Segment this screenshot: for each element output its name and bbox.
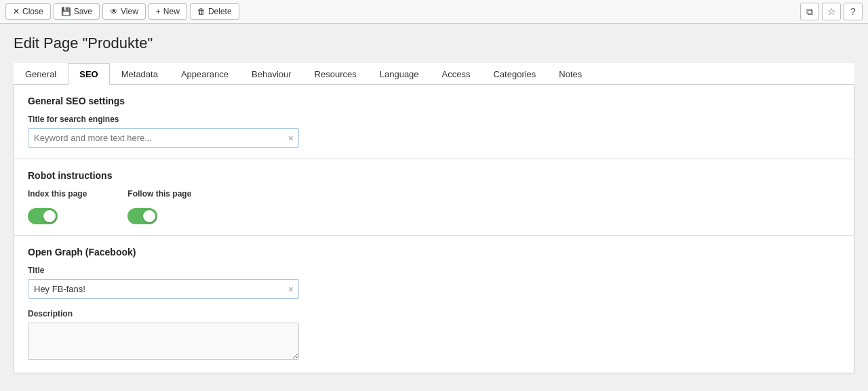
og-title-wrapper: × xyxy=(28,279,299,299)
tab-behaviour[interactable]: Behaviour xyxy=(240,63,303,85)
seo-general-title: General SEO settings xyxy=(28,96,840,106)
new-label: New xyxy=(163,7,180,16)
view-icon: 👁 xyxy=(110,7,118,16)
title-search-input[interactable] xyxy=(28,128,299,148)
delete-label: Delete xyxy=(208,7,232,16)
save-label: Save xyxy=(74,7,92,16)
og-title-clear-icon[interactable]: × xyxy=(288,285,294,294)
index-page-toggle[interactable] xyxy=(28,208,58,224)
og-section: Open Graph (Facebook) Title × Descriptio… xyxy=(14,236,854,373)
robot-instructions-title: Robot instructions xyxy=(28,170,840,181)
index-page-toggle-thumb xyxy=(43,210,56,222)
tab-categories[interactable]: Categories xyxy=(481,63,547,85)
close-label: Close xyxy=(22,7,43,16)
og-title-label: Title xyxy=(28,266,840,275)
view-button[interactable]: 👁 View xyxy=(102,3,146,20)
tab-resources[interactable]: Resources xyxy=(303,63,368,85)
follow-page-toggle[interactable] xyxy=(127,208,157,224)
tabs-bar: General SEO Metadata Appearance Behaviou… xyxy=(14,63,854,85)
index-page-item: Index this page xyxy=(28,189,87,224)
og-description-input[interactable] xyxy=(28,323,299,360)
help-button[interactable]: ? xyxy=(844,3,863,20)
tab-notes[interactable]: Notes xyxy=(547,63,593,85)
seo-general-section: General SEO settings Title for search en… xyxy=(14,85,854,159)
help-icon: ? xyxy=(850,6,856,17)
external-link-button[interactable]: ⧉ xyxy=(800,3,819,20)
toolbar-right: ⧉ ☆ ? xyxy=(800,3,863,20)
title-search-label: Title for search engines xyxy=(28,115,840,124)
og-title-section: Open Graph (Facebook) xyxy=(28,247,840,258)
tab-seo[interactable]: SEO xyxy=(68,63,109,85)
external-link-icon: ⧉ xyxy=(806,6,813,18)
close-button[interactable]: ✕ Close xyxy=(5,3,51,20)
main-panel: General SEO settings Title for search en… xyxy=(14,85,854,373)
follow-page-item: Follow this page xyxy=(127,189,191,224)
tab-access[interactable]: Access xyxy=(431,63,482,85)
robot-instructions-section: Robot instructions Index this page Follo… xyxy=(14,159,854,236)
toolbar: ✕ Close 💾 Save 👁 View + New 🗑 Delete ⧉ ☆… xyxy=(0,0,868,24)
follow-page-toggle-thumb xyxy=(143,210,155,222)
save-button[interactable]: 💾 Save xyxy=(54,3,100,20)
tab-language[interactable]: Language xyxy=(368,63,431,85)
tab-metadata[interactable]: Metadata xyxy=(110,63,170,85)
view-label: View xyxy=(121,7,138,16)
follow-page-label: Follow this page xyxy=(127,189,191,199)
robot-row: Index this page Follow this page xyxy=(28,189,840,224)
star-button[interactable]: ☆ xyxy=(822,3,841,20)
delete-button[interactable]: 🗑 Delete xyxy=(190,3,239,20)
follow-page-toggle-track[interactable] xyxy=(127,208,157,224)
close-icon: ✕ xyxy=(13,7,20,16)
tab-general[interactable]: General xyxy=(14,63,68,85)
title-search-wrapper: × xyxy=(28,128,299,148)
new-icon: + xyxy=(156,7,161,16)
star-icon: ☆ xyxy=(827,6,836,17)
title-search-clear-icon[interactable]: × xyxy=(288,133,294,143)
delete-icon: 🗑 xyxy=(197,7,205,16)
new-button[interactable]: + New xyxy=(149,3,187,20)
og-title-input[interactable] xyxy=(28,279,299,299)
index-page-toggle-track[interactable] xyxy=(28,208,58,224)
save-icon: 💾 xyxy=(61,7,71,16)
tab-appearance[interactable]: Appearance xyxy=(170,63,240,85)
og-description-label: Description xyxy=(28,309,840,318)
page-content: Edit Page "Produkte" General SEO Metadat… xyxy=(0,24,868,384)
index-page-label: Index this page xyxy=(28,189,87,199)
page-title: Edit Page "Produkte" xyxy=(14,35,854,52)
